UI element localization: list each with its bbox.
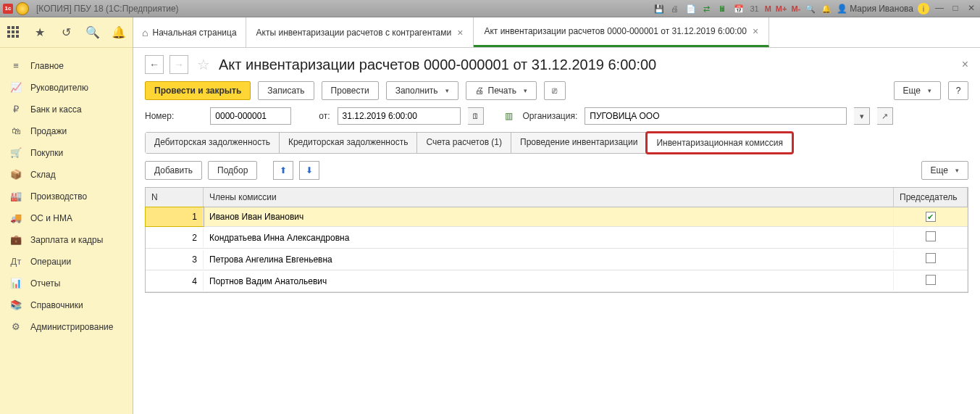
- checkbox-icon[interactable]: [926, 253, 936, 263]
- subtabs: Дебиторская задолженность Кредиторская з…: [145, 132, 793, 154]
- cell-chair[interactable]: [894, 227, 968, 248]
- sidebar-item-6[interactable]: 🏭Производство: [0, 186, 133, 207]
- org-field[interactable]: ПУГОВИЦА ООО: [585, 107, 847, 125]
- sidebar-item-9[interactable]: ДтОперации: [0, 251, 133, 273]
- sidebar-item-3[interactable]: 🛍Продажи: [0, 120, 133, 142]
- col-chair[interactable]: Председатель: [894, 188, 968, 207]
- col-n[interactable]: N: [146, 188, 204, 207]
- search-toolbar-icon[interactable]: 🔍: [805, 3, 816, 15]
- open-ref-icon[interactable]: ↗: [877, 107, 893, 125]
- sidebar-item-5[interactable]: 📦Склад: [0, 164, 133, 186]
- sidebar-item-12[interactable]: ⚙Администрирование: [0, 316, 133, 338]
- star-icon[interactable]: ☆: [197, 56, 210, 73]
- date-icon[interactable]: 31: [749, 3, 761, 15]
- bell-icon[interactable]: 🔔: [112, 26, 125, 39]
- info-icon[interactable]: i: [918, 3, 929, 15]
- tab-inventory-acts-list[interactable]: Акты инвентаризации расчетов с контраген…: [246, 17, 474, 47]
- search-icon[interactable]: 🔍: [85, 26, 99, 39]
- calendar-button-icon[interactable]: 🗓: [468, 107, 484, 125]
- sidebar-item-11[interactable]: 📚Справочники: [0, 294, 133, 316]
- sidebar-icon: ≡: [10, 60, 22, 72]
- sidebar-item-8[interactable]: 💼Зарплата и кадры: [0, 229, 133, 251]
- sidebar-item-4[interactable]: 🛒Покупки: [0, 142, 133, 164]
- minimize-icon[interactable]: —: [934, 3, 945, 15]
- tab-home[interactable]: ⌂ Начальная страница: [133, 17, 246, 47]
- close-icon[interactable]: ×: [457, 27, 463, 38]
- page-title: Акт инвентаризации расчетов 0000-000001 …: [219, 57, 656, 73]
- cell-chair[interactable]: [894, 270, 968, 291]
- number-field[interactable]: 0000-000001: [210, 107, 291, 125]
- nav-forward-button[interactable]: →: [169, 55, 188, 74]
- structure-icon: ⎚: [552, 86, 557, 96]
- move-down-button[interactable]: ⬇: [299, 161, 319, 180]
- table-more-button[interactable]: Еще: [921, 161, 968, 180]
- dropdown-icon[interactable]: ▾: [854, 107, 870, 125]
- close-doc-icon[interactable]: ×: [962, 58, 968, 71]
- print-button[interactable]: 🖨Печать: [466, 81, 537, 100]
- commission-table: N Члены комиссии Председатель 1Иванов Ив…: [145, 187, 968, 293]
- table-row[interactable]: 1Иванов Иван Иванович: [146, 207, 968, 227]
- sidebar-item-7[interactable]: 🚚ОС и НМА: [0, 207, 133, 229]
- subtab-commission[interactable]: Инвентаризационная комиссия: [645, 131, 794, 154]
- notification-icon[interactable]: 🔔: [821, 3, 832, 15]
- sidebar-icon: 📦: [10, 169, 22, 181]
- favorite-icon[interactable]: ★: [33, 26, 46, 39]
- close-window-icon[interactable]: ✕: [966, 3, 977, 15]
- cell-chair[interactable]: [894, 249, 968, 270]
- compare-icon[interactable]: ⇄: [701, 3, 713, 15]
- sidebar-item-label: Главное: [30, 61, 64, 71]
- nav-back-button[interactable]: ←: [145, 55, 164, 74]
- user-name[interactable]: 👤 Мария Иванова: [837, 4, 913, 14]
- post-button[interactable]: Провести: [322, 81, 379, 100]
- fill-button[interactable]: Заполнить: [386, 81, 458, 100]
- cell-n: 1: [146, 207, 204, 226]
- history-icon[interactable]: ↺: [59, 26, 72, 39]
- memory-mplus[interactable]: M+: [776, 4, 787, 13]
- structure-button[interactable]: ⎚: [544, 81, 566, 100]
- cell-name: Иванов Иван Иванович: [204, 207, 894, 226]
- sidebar-item-0[interactable]: ≡Главное: [0, 55, 133, 77]
- link-icon[interactable]: ▥: [503, 109, 516, 123]
- add-button[interactable]: Добавить: [145, 161, 202, 180]
- table-row[interactable]: 4Портнов Вадим Анатольевич: [146, 270, 968, 292]
- checkbox-icon[interactable]: [926, 231, 936, 241]
- sidebar-item-label: Справочники: [30, 300, 83, 310]
- maximize-icon[interactable]: □: [950, 3, 961, 15]
- table-row[interactable]: 3Петрова Ангелина Евгеньевна: [146, 249, 968, 270]
- close-icon[interactable]: ×: [753, 25, 758, 37]
- sidebar-item-1[interactable]: 📈Руководителю: [0, 77, 133, 99]
- checkbox-icon[interactable]: [926, 212, 936, 222]
- cell-n: 2: [146, 228, 204, 247]
- subtab-debit[interactable]: Дебиторская задолженность: [146, 133, 280, 153]
- calc-icon[interactable]: 🖩: [717, 3, 729, 15]
- subtab-credit[interactable]: Кредиторская задолженность: [280, 133, 417, 153]
- apps-icon[interactable]: [7, 26, 20, 39]
- form-row: Номер: 0000-000001 от: 31.12.2019 6:00:0…: [145, 107, 968, 125]
- calendar-icon[interactable]: 📅: [733, 3, 745, 15]
- more-button[interactable]: Еще: [894, 81, 941, 100]
- select-button[interactable]: Подбор: [208, 161, 257, 180]
- tab-inventory-act[interactable]: Акт инвентаризации расчетов 0000-000001 …: [474, 17, 769, 47]
- sidebar-item-2[interactable]: ₽Банк и касса: [0, 99, 133, 120]
- memory-m[interactable]: M: [765, 4, 771, 13]
- save-button[interactable]: Записать: [258, 81, 314, 100]
- checkbox-icon[interactable]: [926, 275, 936, 285]
- post-and-close-button[interactable]: Провести и закрыть: [145, 81, 251, 100]
- cell-name: Портнов Вадим Анатольевич: [204, 272, 894, 291]
- memory-mminus[interactable]: M-: [791, 4, 800, 13]
- table-row[interactable]: 2Кондратьева Инна Александровна: [146, 227, 968, 249]
- save-icon[interactable]: 💾: [653, 3, 665, 15]
- subtab-conducting[interactable]: Проведение инвентаризации: [511, 133, 647, 153]
- doc-icon[interactable]: 📄: [685, 3, 697, 15]
- cell-chair[interactable]: [894, 207, 968, 226]
- sidebar-icon: ⚙: [10, 321, 22, 333]
- number-label: Номер:: [145, 111, 174, 121]
- move-up-button[interactable]: ⬆: [273, 161, 293, 180]
- help-button[interactable]: ?: [948, 81, 968, 100]
- sidebar-item-label: Отчеты: [30, 278, 60, 289]
- sidebar-item-10[interactable]: 📊Отчеты: [0, 273, 133, 294]
- date-field[interactable]: 31.12.2019 6:00:00: [338, 107, 461, 125]
- print-icon[interactable]: 🖨: [669, 3, 681, 15]
- col-name[interactable]: Члены комиссии: [204, 188, 894, 207]
- subtab-accounts[interactable]: Счета расчетов (1): [417, 133, 511, 153]
